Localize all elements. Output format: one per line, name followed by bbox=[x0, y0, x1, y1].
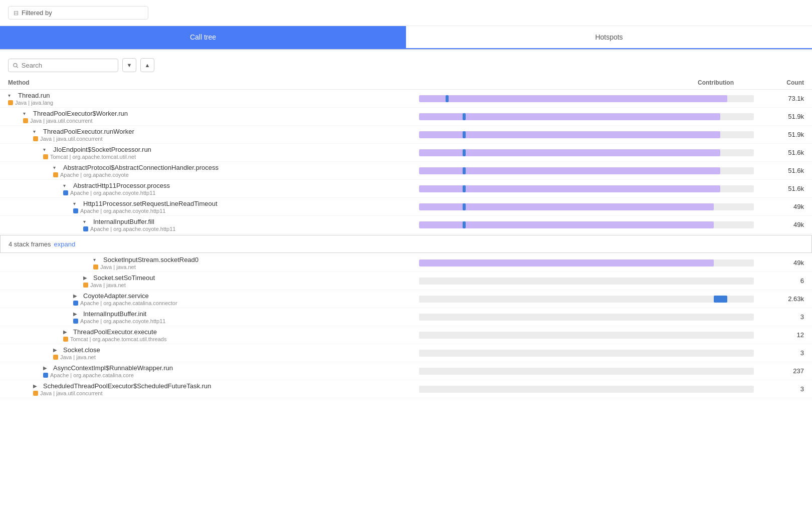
expand-toggle[interactable]: ▶ bbox=[53, 347, 59, 353]
bar-cell bbox=[419, 149, 764, 156]
method-text: CoyoteAdapter.service bbox=[83, 292, 149, 300]
expand-toggle[interactable]: ▾ bbox=[23, 111, 29, 116]
table-row: ▶ AsyncContextImpl$RunnableWrapper.run A… bbox=[0, 362, 812, 380]
expand-toggle[interactable]: ▾ bbox=[53, 165, 59, 170]
filter-box[interactable]: ⊟ Filtered by bbox=[8, 6, 148, 20]
count-cell: 73.1k bbox=[764, 95, 804, 102]
bar-cell bbox=[419, 278, 764, 285]
method-name: ▾ InternalInputBuffer.fill bbox=[83, 218, 419, 225]
method-cell: ▶ AsyncContextImpl$RunnableWrapper.run A… bbox=[8, 364, 419, 378]
method-name: ▾ Thread.run bbox=[8, 92, 419, 99]
meta-text: Java | java.util.concurrent bbox=[40, 390, 103, 396]
method-meta: Java | java.util.concurrent bbox=[23, 118, 419, 124]
method-name: ▾ Http11Processor.setRequestLineReadTime… bbox=[73, 200, 419, 207]
count-cell: 6 bbox=[764, 277, 804, 285]
method-text: AsyncContextImpl$RunnableWrapper.run bbox=[53, 364, 173, 372]
bar-cell bbox=[419, 131, 764, 138]
method-name: ▶ InternalInputBuffer.init bbox=[73, 310, 419, 318]
bar-empty bbox=[419, 368, 754, 375]
badge-icon bbox=[53, 172, 58, 177]
badge-icon bbox=[23, 118, 28, 123]
expand-toggle[interactable]: ▾ bbox=[93, 257, 99, 262]
method-text: ThreadPoolExecutor$Worker.run bbox=[33, 110, 128, 117]
method-name: ▾ AbstractProtocol$AbstractConnectionHan… bbox=[53, 164, 419, 171]
method-cell: ▶ InternalInputBuffer.init Apache | org.… bbox=[8, 310, 419, 324]
method-name: ▶ AsyncContextImpl$RunnableWrapper.run bbox=[43, 364, 419, 372]
search-input[interactable] bbox=[22, 62, 114, 69]
bar-wrap bbox=[419, 221, 754, 228]
bar-wrap bbox=[419, 131, 754, 138]
expand-toggle[interactable]: ▾ bbox=[63, 183, 69, 188]
count-cell: 2.63k bbox=[764, 295, 804, 303]
method-text: JIoEndpoint$SocketProcessor.run bbox=[53, 146, 151, 153]
bar-cell bbox=[419, 95, 764, 102]
badge-icon bbox=[63, 190, 68, 195]
prev-button[interactable]: ▼ bbox=[122, 58, 136, 72]
expand-toggle[interactable]: ▾ bbox=[43, 147, 49, 152]
meta-text: Apache | org.apache.coyote.http11 bbox=[80, 318, 165, 324]
tab-hotspots[interactable]: Hotspots bbox=[406, 26, 812, 49]
expand-toggle[interactable]: ▶ bbox=[73, 311, 79, 317]
count-cell: 51.6k bbox=[764, 149, 804, 156]
method-cell: ▶ Socket.setSoTimeout Java | java.net bbox=[8, 274, 419, 288]
method-meta: Apache | org.apache.coyote.http11 bbox=[83, 226, 419, 232]
badge-icon bbox=[83, 226, 88, 231]
method-meta: Java | java.net bbox=[83, 282, 419, 288]
tree-container: ▾ Thread.run Java | java.lang 73.1k ▾ Th… bbox=[0, 90, 812, 398]
count-cell: 49k bbox=[764, 259, 804, 267]
method-name: ▾ ThreadPoolExecutor.runWorker bbox=[33, 128, 419, 135]
header-count: Count bbox=[764, 79, 804, 86]
expand-toggle[interactable]: ▶ bbox=[63, 329, 69, 335]
next-button[interactable]: ▲ bbox=[140, 58, 154, 72]
meta-text: Java | java.util.concurrent bbox=[30, 118, 93, 124]
expand-toggle[interactable]: ▾ bbox=[73, 201, 79, 206]
expand-toggle[interactable]: ▾ bbox=[33, 129, 39, 134]
collapsed-label: 4 stack frames expand bbox=[9, 240, 803, 248]
expand-toggle[interactable]: ▾ bbox=[83, 219, 89, 224]
method-name: ▶ ThreadPoolExecutor.execute bbox=[63, 328, 419, 336]
bar-wrap bbox=[419, 185, 754, 192]
method-meta: Java | java.net bbox=[93, 264, 419, 270]
method-cell: ▶ ScheduledThreadPoolExecutor$ScheduledF… bbox=[8, 382, 419, 396]
filter-icon: ⊟ bbox=[14, 10, 19, 17]
meta-text: Tomcat | org.apache.tomcat.util.threads bbox=[70, 336, 166, 342]
expand-toggle[interactable]: ▾ bbox=[8, 93, 14, 98]
bar-cell bbox=[419, 386, 764, 393]
meta-text: Apache | org.apache.catalina.core bbox=[50, 372, 134, 378]
table-row: ▶ ScheduledThreadPoolExecutor$ScheduledF… bbox=[0, 380, 812, 398]
method-meta: Apache | org.apache.coyote.http11 bbox=[63, 190, 419, 196]
badge-icon bbox=[83, 283, 88, 288]
search-icon bbox=[13, 62, 19, 69]
method-meta: Java | java.lang bbox=[8, 100, 419, 106]
meta-text: Apache | org.apache.coyote.http11 bbox=[70, 190, 155, 196]
expand-toggle[interactable]: ▶ bbox=[73, 293, 79, 299]
bar-wrap bbox=[419, 296, 754, 303]
meta-text: Apache | org.apache.coyote.http11 bbox=[90, 226, 175, 232]
bar-wrap bbox=[419, 95, 754, 102]
expand-toggle[interactable]: ▶ bbox=[33, 383, 39, 389]
method-meta: Tomcat | org.apache.tomcat.util.net bbox=[43, 154, 419, 160]
badge-icon bbox=[8, 100, 13, 105]
badge-icon bbox=[43, 373, 48, 378]
method-text: InternalInputBuffer.init bbox=[83, 310, 146, 318]
bar-cell bbox=[419, 296, 764, 303]
collapsed-frames-row[interactable]: 4 stack frames expand bbox=[0, 235, 812, 253]
bar-empty bbox=[419, 332, 754, 339]
expand-toggle[interactable]: ▶ bbox=[83, 275, 89, 281]
count-cell: 51.6k bbox=[764, 185, 804, 192]
expand-link[interactable]: expand bbox=[54, 240, 76, 248]
bar-empty bbox=[419, 350, 754, 357]
method-cell: ▾ SocketInputStream.socketRead0 Java | j… bbox=[8, 256, 419, 270]
tab-call-tree[interactable]: Call tree bbox=[0, 26, 406, 49]
method-cell: ▾ ThreadPoolExecutor$Worker.run Java | j… bbox=[8, 110, 419, 124]
method-text: Socket.close bbox=[63, 346, 100, 354]
search-input-wrap[interactable] bbox=[8, 59, 118, 72]
method-text: Socket.setSoTimeout bbox=[93, 274, 155, 282]
bar-cell bbox=[419, 332, 764, 339]
method-meta: Apache | org.apache.coyote bbox=[53, 172, 419, 178]
bar-cell bbox=[419, 259, 764, 267]
count-cell: 3 bbox=[764, 349, 804, 357]
badge-icon bbox=[93, 264, 98, 270]
expand-toggle[interactable]: ▶ bbox=[43, 365, 49, 371]
method-text: AbstractHttp11Processor.process bbox=[73, 182, 170, 189]
